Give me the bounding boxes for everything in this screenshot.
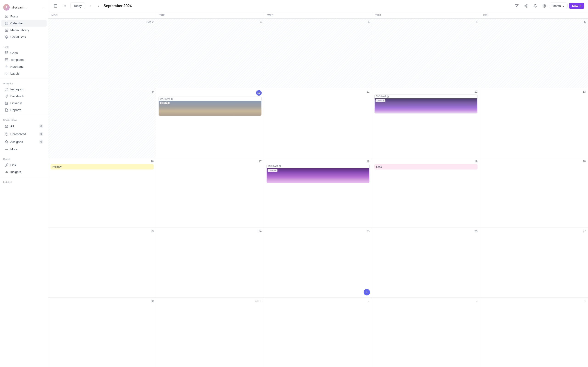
svg-line-45 <box>525 5 527 6</box>
svg-point-42 <box>525 6 526 6</box>
cell-date: 19 <box>374 160 477 163</box>
svg-point-27 <box>5 102 6 102</box>
cell-date: 6 <box>482 20 586 24</box>
notifications-button[interactable] <box>531 2 539 10</box>
calendar-cell-9[interactable]: 9 <box>48 88 156 158</box>
calendar-cell-sep4[interactable]: 4 <box>264 19 372 88</box>
next-month-button[interactable]: › <box>95 3 102 9</box>
sidebar-item-social-sets[interactable]: Social Sets <box>1 33 47 40</box>
instagram-icon <box>5 87 8 91</box>
settings-button[interactable] <box>540 2 548 10</box>
prev-month-button[interactable]: ‹ <box>87 3 94 9</box>
sidebar-item-templates[interactable]: Templates <box>1 56 47 63</box>
calendar-cell-13[interactable]: 13 <box>480 88 588 158</box>
month-view-dropdown[interactable]: Month ⌄ <box>550 2 568 9</box>
calendar-cell-10[interactable]: 10 09:30 AM DRAFT <box>156 88 264 158</box>
calendar-cell-oct2[interactable]: 2 <box>264 298 372 367</box>
cell-date: 2 <box>267 299 370 302</box>
calendar-cell-11[interactable]: 11 <box>264 88 372 158</box>
sidebar-item-grids[interactable]: Grids <box>1 49 47 56</box>
svg-point-24 <box>6 89 7 90</box>
sidebar-item-label: Templates <box>10 58 25 61</box>
image-icon <box>5 28 8 32</box>
calendar-cell-24[interactable]: 24 <box>156 228 264 297</box>
draft-event[interactable]: 09:30 AM DRAFT <box>267 164 370 183</box>
cell-date: 3 <box>374 299 477 302</box>
sidebar-item-instagram[interactable]: Instagram <box>1 86 47 93</box>
calendar-cell-27[interactable]: 27 <box>480 228 588 297</box>
sidebar-item-reports[interactable]: Reports <box>1 106 47 113</box>
filter-button[interactable] <box>513 2 521 10</box>
calendar-cell-sep6[interactable]: 6 <box>480 19 588 88</box>
svg-rect-26 <box>5 102 6 104</box>
sidebar-item-label: Link <box>10 163 16 167</box>
calendar-cell-sep2[interactable]: Sep 2 <box>48 19 156 88</box>
cell-date: 10 <box>158 90 262 96</box>
sidebar-item-posts[interactable]: Posts <box>1 13 47 20</box>
svg-marker-40 <box>515 5 518 7</box>
col-header-wed: WED <box>264 12 372 18</box>
all-badge: 0 <box>39 124 43 128</box>
col-header-thu: THU <box>372 12 480 18</box>
calendar-cell-sep5[interactable]: 5 <box>372 19 480 88</box>
sidebar-item-media-library[interactable]: Media Library <box>1 27 47 33</box>
calendar-cell-30[interactable]: 30 <box>48 298 156 367</box>
calendar-cell-26[interactable]: 26 <box>372 228 480 297</box>
plus-icon: + <box>579 4 581 8</box>
toggle-sidebar-button[interactable] <box>52 2 59 10</box>
cell-date: 27 <box>482 230 586 233</box>
calendar-container: MON TUE WED THU FRI Sep 2 3 4 5 <box>48 12 588 367</box>
note-event[interactable]: Note <box>374 164 477 169</box>
calendar-cell-oct4[interactable]: 4 <box>480 298 588 367</box>
tag-icon <box>5 72 8 75</box>
sidebar-item-link[interactable]: Link <box>1 161 47 168</box>
cell-date: 4 <box>267 20 370 24</box>
calendar-cell-oct3[interactable]: 3 <box>372 298 480 367</box>
chevron-down-icon: ⌄ <box>562 4 565 8</box>
layout-icon <box>5 58 8 61</box>
sidebar-item-insights[interactable]: Insights <box>1 168 47 175</box>
calendar-cell-17[interactable]: 17 <box>156 158 264 227</box>
sidebar-item-label: Media Library <box>10 28 29 32</box>
sidebar-item-label: Posts <box>10 15 18 18</box>
sidebar-item-hashtags[interactable]: Hashtags <box>1 63 47 70</box>
file-icon <box>5 108 8 112</box>
new-label: New <box>572 4 578 8</box>
calendar-cell-20[interactable]: 20 <box>480 158 588 227</box>
sidebar-item-all[interactable]: All 0 <box>1 122 47 130</box>
draft-event[interactable]: 09:30 AM DRAFT <box>374 94 477 114</box>
sidebar-item-more[interactable]: More <box>1 146 47 152</box>
cell-date: 9 <box>51 90 154 93</box>
explore-section-label: Explore <box>0 178 48 184</box>
sidebar-item-labels[interactable]: Labels <box>1 70 47 77</box>
cell-date: 11 <box>267 90 370 93</box>
expand-button[interactable] <box>61 2 69 10</box>
sidebar-item-unresolved[interactable]: Unresolved 0 <box>1 130 47 138</box>
calendar-cell-18[interactable]: 18 09:30 AM DRAFT <box>264 158 372 227</box>
calendar-cell-12[interactable]: 12 09:30 AM DRAFT <box>372 88 480 158</box>
share-button[interactable] <box>522 2 530 10</box>
sidebar-item-facebook[interactable]: Facebook <box>1 93 47 100</box>
svg-rect-38 <box>54 5 57 7</box>
facebook-icon <box>5 94 8 98</box>
calendar-cell-16[interactable]: 16 Holiday <box>48 158 156 227</box>
calendar-row: 16 Holiday 17 18 09:30 AM <box>48 158 588 228</box>
sidebar-item-calendar[interactable]: Calendar <box>1 20 47 27</box>
calendar-cell-sep3[interactable]: 3 <box>156 19 264 88</box>
cell-date: 24 <box>158 230 262 233</box>
holiday-event[interactable]: Holiday <box>51 164 154 169</box>
add-event-button[interactable]: + <box>363 289 370 295</box>
calendar-cell-oct1[interactable]: Oct 1 <box>156 298 264 367</box>
sidebar-item-assigned[interactable]: Assigned 0 <box>1 138 47 146</box>
unresolved-badge: 0 <box>39 132 43 136</box>
user-menu[interactable]: A alleceam… ⌄ <box>0 3 48 13</box>
calendar-cell-19[interactable]: 19 Note <box>372 158 480 227</box>
calendar-cell-23[interactable]: 23 <box>48 228 156 297</box>
draft-event[interactable]: 09:30 AM DRAFT <box>158 97 262 116</box>
today-button[interactable]: Today <box>70 2 85 9</box>
sidebar-item-linkedin[interactable]: LinkedIn <box>1 100 47 106</box>
calendar-cell-25[interactable]: 25 + <box>264 228 372 297</box>
cell-date: 25 <box>267 230 370 233</box>
svg-point-32 <box>5 149 6 149</box>
new-button[interactable]: New + <box>569 3 584 9</box>
